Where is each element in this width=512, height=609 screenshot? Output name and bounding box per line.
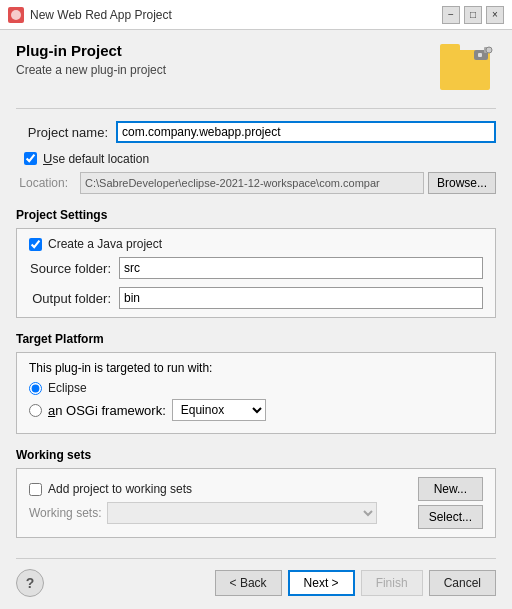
default-location-checkbox[interactable] [24, 152, 37, 165]
project-name-input[interactable] [116, 121, 496, 143]
svg-rect-4 [478, 53, 482, 57]
minimize-button[interactable]: − [442, 6, 460, 24]
location-label: Location: [16, 176, 76, 190]
cancel-button[interactable]: Cancel [429, 570, 496, 596]
finish-button[interactable]: Finish [361, 570, 423, 596]
header-section: Plug-in Project Create a new plug-in pro… [16, 42, 496, 109]
header-icon [440, 42, 496, 98]
working-sets-box: Add project to working sets Working sets… [16, 468, 496, 538]
working-sets-title: Working sets [16, 448, 496, 462]
working-sets-buttons: New... Select... [418, 477, 483, 529]
svg-point-3 [486, 47, 492, 53]
source-folder-row: Source folder: [29, 257, 483, 279]
back-button[interactable]: < Back [215, 570, 282, 596]
new-working-set-button[interactable]: New... [418, 477, 483, 501]
output-folder-input[interactable] [119, 287, 483, 309]
target-platform-box: This plug-in is targeted to run with: Ec… [16, 352, 496, 434]
output-folder-label: Output folder: [29, 291, 119, 306]
help-button[interactable]: ? [16, 569, 44, 597]
working-sets-combo[interactable] [107, 502, 377, 524]
dialog: Plug-in Project Create a new plug-in pro… [0, 30, 512, 609]
working-sets-left: Add project to working sets Working sets… [29, 482, 410, 524]
button-row: ? < Back Next > Finish Cancel [16, 558, 496, 597]
target-platform-description: This plug-in is targeted to run with: [29, 361, 483, 375]
spacer [16, 548, 496, 554]
plugin-icon [472, 42, 494, 64]
project-name-label: Project name: [16, 125, 116, 140]
project-settings-title: Project Settings [16, 208, 496, 222]
default-location-checkbox-row: Use default location [16, 151, 496, 166]
osgi-radio[interactable] [29, 404, 42, 417]
close-button[interactable]: × [486, 6, 504, 24]
svg-point-0 [11, 10, 21, 20]
location-row: Location: Browse... [16, 172, 496, 194]
working-sets-combo-row: Working sets: [29, 502, 410, 524]
target-platform-title: Target Platform [16, 332, 496, 346]
default-location-label: Use default location [43, 151, 149, 166]
output-folder-row: Output folder: [29, 287, 483, 309]
create-java-checkbox[interactable] [29, 238, 42, 251]
project-name-row: Project name: [16, 121, 496, 143]
add-working-sets-label: Add project to working sets [48, 482, 192, 496]
title-bar: New Web Red App Project − □ × [0, 0, 512, 30]
eclipse-radio-row: Eclipse [29, 381, 483, 395]
create-java-row: Create a Java project [29, 237, 483, 251]
maximize-button[interactable]: □ [464, 6, 482, 24]
working-sets-row: Add project to working sets Working sets… [29, 477, 483, 529]
add-working-sets-checkbox[interactable] [29, 483, 42, 496]
dialog-title: Plug-in Project [16, 42, 166, 59]
next-button[interactable]: Next > [288, 570, 355, 596]
project-settings-box: Create a Java project Source folder: Out… [16, 228, 496, 318]
select-working-set-button[interactable]: Select... [418, 505, 483, 529]
window-controls: − □ × [442, 6, 504, 24]
eclipse-radio-label: Eclipse [48, 381, 87, 395]
navigation-buttons: < Back Next > Finish Cancel [215, 570, 496, 596]
window-title: New Web Red App Project [30, 8, 172, 22]
app-icon [8, 7, 24, 23]
dialog-subtitle: Create a new plug-in project [16, 63, 166, 77]
osgi-framework-select[interactable]: Equinox Felix Knopflerfish [172, 399, 266, 421]
create-java-label: Create a Java project [48, 237, 162, 251]
osgi-radio-row: an OSGi framework: Equinox Felix Knopfle… [29, 399, 483, 421]
add-working-sets-row: Add project to working sets [29, 482, 410, 496]
osgi-radio-label: an OSGi framework: [48, 403, 166, 418]
source-folder-input[interactable] [119, 257, 483, 279]
eclipse-radio[interactable] [29, 382, 42, 395]
working-sets-combo-label: Working sets: [29, 506, 101, 520]
browse-button[interactable]: Browse... [428, 172, 496, 194]
source-folder-label: Source folder: [29, 261, 119, 276]
header-text: Plug-in Project Create a new plug-in pro… [16, 42, 166, 77]
location-input[interactable] [80, 172, 424, 194]
